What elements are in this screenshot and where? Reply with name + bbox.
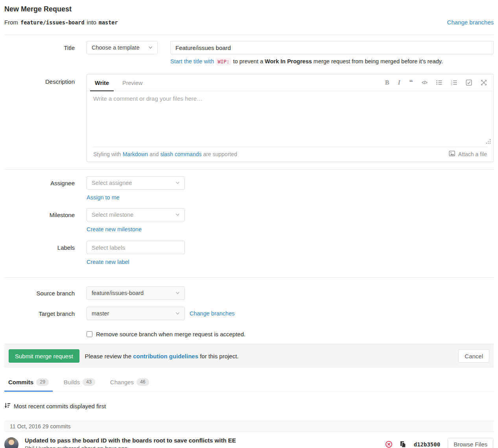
avatar[interactable] xyxy=(4,437,18,448)
work-in-progress-bold: Work In Progress xyxy=(265,58,312,65)
fullscreen-icon[interactable] xyxy=(481,79,487,86)
target-branch-select[interactable]: master xyxy=(87,307,185,320)
contribution-guidelines-link[interactable]: contribution guidelines xyxy=(133,353,198,360)
tab-preview[interactable]: Preview xyxy=(121,74,144,91)
milestone-select[interactable]: Select milestone xyxy=(87,208,185,221)
wip-code: WIP: xyxy=(216,58,231,65)
task-list-icon[interactable] xyxy=(466,79,472,86)
tab-commits-count: 29 xyxy=(36,378,49,386)
source-branch-select-value: feature/issues-board xyxy=(92,290,170,296)
markdown-link[interactable]: Markdown xyxy=(123,151,148,157)
markdown-footer: Styling with Markdown and slash commands… xyxy=(92,147,488,162)
cancel-button[interactable]: Cancel xyxy=(458,349,489,363)
commit-main: Updated to pass the board ID with the bo… xyxy=(25,437,385,448)
start-title-with-link[interactable]: Start the title with xyxy=(170,58,214,65)
tab-changes-label: Changes xyxy=(110,379,134,385)
ci-status-failed-icon[interactable] xyxy=(385,441,393,448)
sort-amount-desc-icon xyxy=(4,402,11,410)
create-milestone-wrap: Create new milestone xyxy=(87,226,494,232)
hint-tail: merge request from being merged before i… xyxy=(314,58,443,65)
description-textarea[interactable] xyxy=(87,91,493,146)
source-branch-label: Source branch xyxy=(4,290,75,297)
markdown-support-note: Styling with Markdown and slash commands… xyxy=(93,151,237,157)
page-title: New Merge Request xyxy=(4,0,494,13)
svg-text:3: 3 xyxy=(451,83,452,86)
tab-builds-label: Builds xyxy=(64,379,80,385)
tab-changes[interactable]: Changes 46 xyxy=(106,373,153,391)
labels-label: Labels xyxy=(4,244,75,251)
remove-source-branch-label: Remove source branch when merge request … xyxy=(96,331,245,337)
remove-source-branch-row: Remove source branch when merge request … xyxy=(4,331,494,337)
commit-row-actions: d12b3500 Browse Files xyxy=(385,438,493,448)
labels-row: Labels xyxy=(4,241,494,254)
submit-merge-request-button[interactable]: Submit merge request xyxy=(9,349,79,363)
image-attach-icon xyxy=(449,151,456,158)
commit-title[interactable]: Updated to pass the board ID with the bo… xyxy=(25,437,385,444)
commits-group-header: 11 Oct, 2016 29 commits xyxy=(4,421,494,432)
assignee-row: Assignee Select assignee xyxy=(4,176,494,190)
commit-row: Updated to pass the board ID with the bo… xyxy=(4,432,494,448)
wip-hint: Start the title with WIP: to prevent a W… xyxy=(170,58,494,65)
commit-sha[interactable]: d12b3500 xyxy=(414,441,440,448)
labels-input[interactable] xyxy=(87,241,185,254)
section-divider xyxy=(4,169,494,170)
title-input[interactable] xyxy=(170,41,494,54)
quote-icon[interactable]: ❝ xyxy=(409,81,413,85)
chevron-down-icon xyxy=(175,181,180,184)
italic-icon[interactable]: I xyxy=(398,79,400,86)
merge-request-form: Title Choose a template Start the title … xyxy=(4,35,494,368)
bullet-list-icon[interactable] xyxy=(436,79,442,86)
assignee-select[interactable]: Select assignee xyxy=(87,176,185,190)
form-actions-bar: Submit merge request Please review the c… xyxy=(4,344,494,368)
tab-write[interactable]: Write xyxy=(93,74,111,91)
tab-commits-label: Commits xyxy=(8,379,33,385)
chevron-down-icon xyxy=(175,213,180,216)
markdown-editor: Write Preview B I ❝ </> 123 xyxy=(87,74,494,162)
into-label: into xyxy=(87,19,96,26)
merge-origin-line: From feature/issues-board into master Ch… xyxy=(4,19,494,26)
tab-builds[interactable]: Builds 43 xyxy=(60,373,99,391)
review-note: Please review the contribution guideline… xyxy=(85,353,239,360)
tab-commits[interactable]: Commits 29 xyxy=(4,373,53,391)
source-branch-select[interactable]: feature/issues-board xyxy=(87,286,185,300)
description-row: Description Write Preview B I ❝ </> xyxy=(4,74,494,162)
target-branch-label: Target branch xyxy=(4,310,75,317)
browse-files-button[interactable]: Browse Files xyxy=(448,438,493,448)
template-select-value: Choose a template xyxy=(92,44,143,51)
create-new-milestone-link[interactable]: Create new milestone xyxy=(87,226,142,232)
chevron-down-icon xyxy=(175,312,180,315)
attach-file-label: Attach a file xyxy=(458,151,487,157)
numbered-list-icon[interactable]: 123 xyxy=(451,79,457,86)
remove-source-branch-option: Remove source branch when merge request … xyxy=(87,331,245,337)
new-merge-request-page: New Merge Request From feature/issues-bo… xyxy=(0,0,498,448)
title-row: Title Choose a template xyxy=(4,41,494,54)
commit-meta: Phil Hughes authored about an hour ago xyxy=(25,445,385,448)
copy-sha-icon[interactable] xyxy=(400,441,406,448)
milestone-row: Milestone Select milestone xyxy=(4,208,494,221)
source-branch-name: feature/issues-board xyxy=(20,19,85,26)
milestone-select-value: Select milestone xyxy=(92,212,170,218)
resize-handle[interactable] xyxy=(486,138,491,145)
tab-changes-count: 46 xyxy=(136,378,149,386)
attach-file-button[interactable]: Attach a file xyxy=(449,151,487,158)
target-branch-name: master xyxy=(99,19,118,26)
mr-tabs: Commits 29 Builds 43 Changes 46 xyxy=(4,373,494,392)
milestone-label: Milestone xyxy=(4,212,75,218)
change-branches-link-bottom[interactable]: Change branches xyxy=(190,310,234,317)
chevron-down-icon xyxy=(148,46,153,49)
section-divider xyxy=(4,277,494,278)
assign-to-me-link[interactable]: Assign to me xyxy=(87,194,120,201)
create-new-label-link[interactable]: Create new label xyxy=(87,259,129,265)
template-select[interactable]: Choose a template xyxy=(87,41,158,54)
remove-source-branch-checkbox[interactable] xyxy=(87,331,92,337)
code-icon[interactable]: </> xyxy=(422,80,427,85)
tab-builds-count: 43 xyxy=(83,378,95,386)
bold-icon[interactable]: B xyxy=(385,79,389,86)
slash-commands-link[interactable]: slash commands xyxy=(160,151,201,157)
commits-sort-note: Most recent commits displayed first xyxy=(4,402,494,410)
markdown-toolbar: B I ❝ </> 123 xyxy=(385,74,487,91)
assignee-select-value: Select assignee xyxy=(92,180,170,186)
source-branch-row: Source branch feature/issues-board xyxy=(4,286,494,300)
markdown-editor-body xyxy=(87,91,493,147)
change-branches-link-top[interactable]: Change branches xyxy=(447,19,494,26)
